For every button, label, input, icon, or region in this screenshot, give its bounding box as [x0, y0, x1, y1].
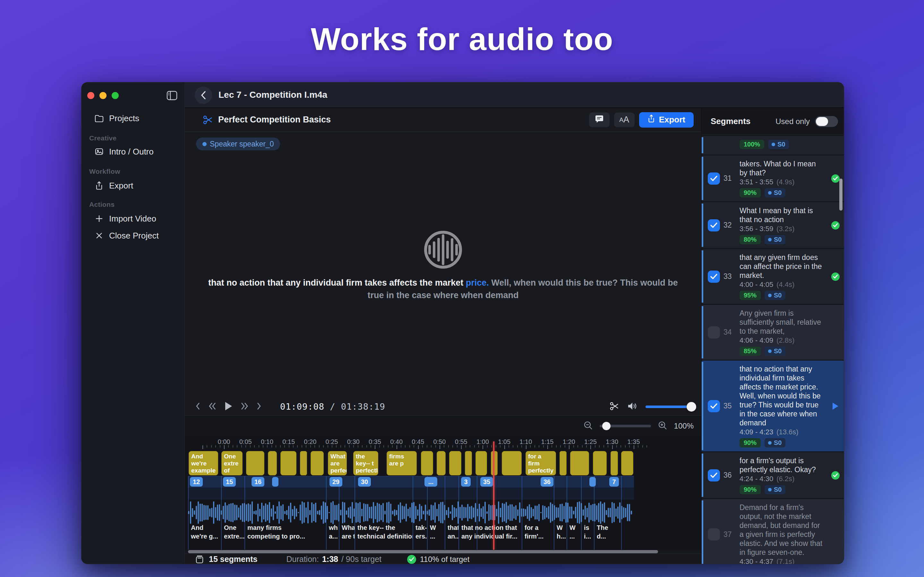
- waveform-segment-label[interactable]: W...: [567, 520, 581, 550]
- export-button[interactable]: Export: [639, 112, 694, 127]
- timeline-segment-block[interactable]: [437, 451, 446, 475]
- segment-number-chip[interactable]: 29: [330, 477, 342, 487]
- sidebar-item-projects[interactable]: Projects: [89, 112, 139, 125]
- waveform-segment-label[interactable]: thatan...: [445, 520, 459, 550]
- segment-checkbox[interactable]: [708, 528, 720, 540]
- segment-number-chip[interactable]: 16: [252, 477, 264, 487]
- segment-number-chip[interactable]: ...: [425, 477, 437, 487]
- timeline-segment-block[interactable]: [280, 451, 296, 475]
- waveform-segment-label[interactable]: the key-- thetechnical definition...: [355, 520, 413, 550]
- segment-number-chip[interactable]: 7: [609, 477, 619, 487]
- sidebar-section-creative: Creative: [89, 134, 116, 142]
- segment-number-chip[interactable]: 36: [541, 477, 553, 487]
- timeline-segment-block[interactable]: [310, 451, 324, 475]
- segment-checkbox[interactable]: [708, 219, 720, 231]
- timeline-segment-block[interactable]: [475, 451, 487, 475]
- confidence-badge: 80%: [740, 235, 761, 244]
- timeline-segment-block[interactable]: [570, 451, 589, 475]
- waveform-segment-label[interactable]: W...: [427, 520, 445, 550]
- timeline-segment-block[interactable]: [559, 451, 567, 475]
- segment-number-chip[interactable]: 15: [223, 477, 236, 487]
- segment-number-chip[interactable]: [590, 477, 596, 487]
- timeline-segment-block[interactable]: And we're example o: [189, 451, 218, 475]
- timeline-segment-block[interactable]: [593, 451, 607, 475]
- zoom-slider[interactable]: [599, 425, 651, 427]
- speaker-chip[interactable]: Speaker speaker_0: [196, 137, 280, 150]
- captions-button[interactable]: [589, 113, 610, 127]
- waveform-segment-label[interactable]: tak-ers...: [413, 520, 427, 550]
- zoom-knob[interactable]: [602, 422, 611, 430]
- timeline-segment-block[interactable]: [268, 451, 277, 475]
- segment-number-chip[interactable]: 3: [461, 477, 471, 487]
- minimize-window-button[interactable]: [99, 92, 107, 99]
- prev-icon[interactable]: [195, 402, 200, 412]
- timeline-segment-block[interactable]: [421, 451, 433, 475]
- font-size-button[interactable]: AA: [614, 113, 635, 127]
- play-icon[interactable]: [833, 403, 838, 410]
- segment-row[interactable]: 100%S0: [702, 136, 844, 155]
- waveform-segment-label[interactable]: Wh...: [554, 520, 567, 550]
- sidebar-item-intro-outro[interactable]: Intro / Outro: [89, 145, 153, 158]
- segment-row[interactable]: 36for a firm's output is perfectly elast…: [702, 452, 844, 498]
- timeline-segment-block[interactable]: [449, 451, 461, 475]
- timeline-segment-block[interactable]: [246, 451, 264, 475]
- forward-icon[interactable]: [240, 402, 249, 412]
- segment-number-chip[interactable]: [272, 477, 278, 487]
- zoom-window-button[interactable]: [111, 92, 119, 99]
- waveform-segment-label[interactable]: wha...: [326, 520, 339, 550]
- next-icon[interactable]: [256, 402, 262, 412]
- volume-slider[interactable]: [646, 406, 694, 408]
- timeline-segment-block[interactable]: the key-- t perfectly c: [353, 451, 378, 475]
- waveform-segment-label[interactable]: Oneextre...: [221, 520, 244, 550]
- zoom-out-icon[interactable]: [583, 421, 593, 431]
- close-window-button[interactable]: [87, 92, 94, 99]
- zoom-in-icon[interactable]: [658, 421, 667, 431]
- segment-row[interactable]: 34Any given firm is sufficiently small, …: [702, 305, 844, 359]
- timeline-segment-block[interactable]: firms are p: [387, 451, 417, 475]
- horizontal-scrollbar[interactable]: [185, 550, 701, 554]
- scissors-icon[interactable]: [610, 401, 619, 412]
- sidebar-item-import-video[interactable]: Import Video: [89, 212, 156, 225]
- timeline-segment-block[interactable]: [621, 451, 633, 475]
- waveform-segment-label[interactable]: Whatare th...: [339, 520, 355, 550]
- rewind-icon[interactable]: [208, 402, 216, 412]
- waveform-segment-label[interactable]: for afirm'...: [522, 520, 554, 550]
- timeline-segment-block[interactable]: [465, 451, 472, 475]
- volume-knob[interactable]: [687, 402, 696, 412]
- segment-checkbox[interactable]: [708, 326, 720, 338]
- waveform-segment-label[interactable]: that no action thatany individual fir...: [459, 520, 522, 550]
- segment-row[interactable]: 32What I mean by that is that no action3…: [702, 202, 844, 248]
- waveform-segment-label[interactable]: isi...: [581, 520, 594, 550]
- transcript-text[interactable]: that no action that any individual firm …: [202, 277, 684, 301]
- playhead[interactable]: [493, 442, 494, 550]
- segment-checkbox[interactable]: [708, 271, 720, 283]
- timeline-segment-block[interactable]: for a firm perfectly: [525, 451, 556, 475]
- segment-number-chip[interactable]: 30: [358, 477, 371, 487]
- waveform-segment-label[interactable]: Thed...: [594, 520, 621, 550]
- play-icon[interactable]: [224, 401, 233, 412]
- timeline-segment-block[interactable]: [611, 451, 618, 475]
- used-only-toggle[interactable]: [815, 116, 838, 127]
- segment-row[interactable]: 37Demand for a firm's output, not the ma…: [702, 499, 844, 564]
- waveform-segment-label[interactable]: Andwe're g...: [188, 520, 221, 550]
- sidebar-item-export[interactable]: Export: [89, 179, 133, 192]
- volume-icon[interactable]: [628, 402, 637, 412]
- sidebar-toggle-icon[interactable]: [166, 91, 178, 100]
- segment-row[interactable]: 31takers. What do I mean by that?3:51 - …: [702, 155, 844, 201]
- sidebar-item-close-project[interactable]: Close Project: [89, 229, 159, 242]
- segment-number-chip[interactable]: 35: [480, 477, 493, 487]
- segment-checkbox[interactable]: [708, 400, 720, 412]
- timeline-segment-block[interactable]: [502, 451, 522, 475]
- timeline-segment-block[interactable]: [300, 451, 307, 475]
- segment-row[interactable]: 33that any given firm does can affect th…: [702, 249, 844, 304]
- timeline-segment-block[interactable]: What are perfect (: [328, 451, 347, 475]
- timeline-segment-block[interactable]: One extre of this cla Basically,: [221, 451, 242, 475]
- waveform-segment-label[interactable]: many firmscompeting to pro...: [244, 520, 326, 550]
- segment-checkbox[interactable]: [708, 172, 720, 185]
- segment-checkbox[interactable]: [708, 469, 720, 482]
- segment-row[interactable]: 35that no action that any individual fir…: [702, 361, 844, 451]
- vertical-scrollbar-thumb[interactable]: [839, 179, 843, 211]
- segment-number-chip[interactable]: 12: [190, 477, 203, 487]
- back-button[interactable]: [195, 87, 212, 104]
- scrollbar-thumb[interactable]: [188, 550, 658, 553]
